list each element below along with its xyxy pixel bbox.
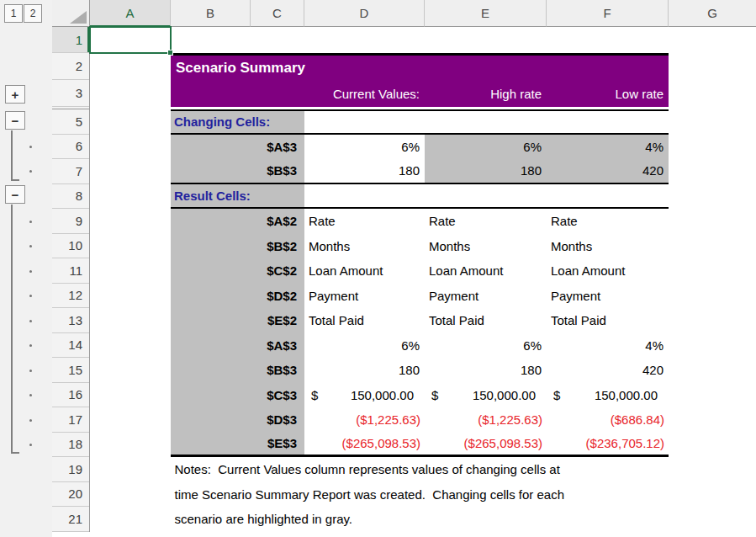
row-header-3[interactable]: 3 xyxy=(52,80,89,107)
row-header-15[interactable]: 15 xyxy=(52,358,89,383)
notes-line-3[interactable]: scenario are highlighted in gray. xyxy=(171,507,756,532)
cell-d16[interactable]: $ 150,000.00 xyxy=(304,383,425,408)
result-cells-label[interactable]: Result Cells: xyxy=(171,184,304,208)
cell-d9[interactable]: Rate xyxy=(304,209,425,234)
result-cell-ref-e3[interactable]: $E$3 xyxy=(171,433,304,455)
result-cell-ref-d3[interactable]: $D$3 xyxy=(171,407,304,433)
cell-d10[interactable]: Months xyxy=(304,234,425,259)
row-header-13[interactable]: 13 xyxy=(52,308,89,333)
cell-f16[interactable]: $ 150,000.00 xyxy=(547,383,669,408)
low-rate-header[interactable]: Low rate xyxy=(547,80,669,107)
row-header-12[interactable]: 12 xyxy=(52,284,89,309)
cell-e15[interactable]: 180 xyxy=(425,358,547,383)
cell-a11[interactable] xyxy=(90,258,171,284)
cell-g12[interactable] xyxy=(669,284,756,309)
cell-a5[interactable] xyxy=(90,109,171,135)
cell-g10[interactable] xyxy=(669,234,756,259)
cell-g5[interactable] xyxy=(669,109,756,135)
cell-d12[interactable]: Payment xyxy=(304,284,425,309)
cell-e10[interactable]: Months xyxy=(425,234,547,259)
cell-d13[interactable]: Total Paid xyxy=(304,308,425,333)
cell-f17[interactable]: ($686.84) xyxy=(547,407,669,433)
cell-a7[interactable] xyxy=(90,159,171,184)
cell-e16[interactable]: $ 150,000.00 xyxy=(425,383,547,408)
row-header-18[interactable]: 18 xyxy=(52,433,89,458)
cell-g18[interactable] xyxy=(669,433,756,458)
cell-f15[interactable]: 420 xyxy=(547,358,669,383)
select-all-corner[interactable] xyxy=(52,0,90,27)
cell-a19[interactable] xyxy=(90,457,171,482)
cell-a13[interactable] xyxy=(90,308,171,333)
high-rate-header[interactable]: High rate xyxy=(425,80,547,107)
cell-e18[interactable]: ($265,098.53) xyxy=(425,433,547,455)
row-header-1[interactable]: 1 xyxy=(52,27,89,53)
cell-d11[interactable]: Loan Amount xyxy=(304,258,425,284)
cell-d17[interactable]: ($1,225.63) xyxy=(304,407,425,433)
cell-g6[interactable] xyxy=(669,135,756,160)
result-cell-ref-e2[interactable]: $E$2 xyxy=(171,308,304,333)
row-header-17[interactable]: 17 xyxy=(52,407,89,433)
scenario-summary-title-band[interactable]: Scenario Summary xyxy=(171,53,669,80)
cell-a6[interactable] xyxy=(90,135,171,160)
cell-d6[interactable]: 6% xyxy=(304,135,425,160)
collapse-group-button-1[interactable]: − xyxy=(5,111,25,130)
result-cell-ref-c2[interactable]: $C$2 xyxy=(171,258,304,284)
cell-d14[interactable]: 6% xyxy=(304,333,425,359)
cell-a18[interactable] xyxy=(90,433,171,458)
result-cell-ref-c3[interactable]: $C$3 xyxy=(171,383,304,408)
cell-g14[interactable] xyxy=(669,333,756,359)
cell-e12[interactable]: Payment xyxy=(425,284,547,309)
cell-f10[interactable]: Months xyxy=(547,234,669,259)
result-cell-ref-a2[interactable]: $A$2 xyxy=(171,209,304,234)
result-cell-ref-d2[interactable]: $D$2 xyxy=(171,284,304,309)
collapse-group-button-2[interactable]: − xyxy=(5,185,25,204)
row-header-6[interactable]: 6 xyxy=(52,135,89,160)
cell-d18[interactable]: ($265,098.53) xyxy=(304,433,425,455)
column-header-g[interactable]: G xyxy=(669,0,756,27)
cell-e11[interactable]: Loan Amount xyxy=(425,258,547,284)
cell-e6[interactable]: 6% xyxy=(425,135,547,160)
row-header-19[interactable]: 19 xyxy=(52,457,89,482)
result-cell-ref-b3[interactable]: $B$3 xyxy=(171,358,304,383)
column-header-d[interactable]: D xyxy=(304,0,425,27)
cell-b3-empty[interactable] xyxy=(171,80,304,107)
cell-a2[interactable] xyxy=(90,53,171,80)
row-header-21[interactable]: 21 xyxy=(52,507,89,532)
cell-a1[interactable] xyxy=(90,27,171,53)
cell-a17[interactable] xyxy=(90,407,171,433)
cell-g8[interactable] xyxy=(669,184,756,210)
cell-g16[interactable] xyxy=(669,383,756,408)
cell-g17[interactable] xyxy=(669,407,756,433)
row-header-11[interactable]: 11 xyxy=(52,258,89,284)
cell-a16[interactable] xyxy=(90,383,171,408)
cell-g9[interactable] xyxy=(669,209,756,234)
cell-a12[interactable] xyxy=(90,284,171,309)
outline-level-2-button[interactable]: 2 xyxy=(24,4,42,23)
row-header-16[interactable]: 16 xyxy=(52,383,89,408)
column-header-a[interactable]: A xyxy=(90,0,171,27)
cell-def5-empty[interactable] xyxy=(304,111,669,133)
cell-f6[interactable]: 4% xyxy=(547,135,669,160)
cell-g7[interactable] xyxy=(669,159,756,184)
row-header-14[interactable]: 14 xyxy=(52,333,89,359)
cell-e9[interactable]: Rate xyxy=(425,209,547,234)
cell-f12[interactable]: Payment xyxy=(547,284,669,309)
cell-f11[interactable]: Loan Amount xyxy=(547,258,669,284)
current-values-header[interactable]: Current Values: xyxy=(304,80,425,107)
cell-g15[interactable] xyxy=(669,358,756,383)
cell-a21[interactable] xyxy=(90,507,171,532)
cell-e7[interactable]: 180 xyxy=(425,159,547,183)
outline-level-1-button[interactable]: 1 xyxy=(4,4,23,23)
notes-line-1[interactable]: Notes: Current Values column represents … xyxy=(171,457,756,482)
row-header-10[interactable]: 10 xyxy=(52,234,89,259)
cell-a14[interactable] xyxy=(90,333,171,359)
cell-f7[interactable]: 420 xyxy=(547,159,669,183)
cell-d15[interactable]: 180 xyxy=(304,358,425,383)
changing-cells-label[interactable]: Changing Cells: xyxy=(171,111,304,133)
changing-cell-ref-a3[interactable]: $A$3 xyxy=(171,135,304,160)
cell-a8[interactable] xyxy=(90,184,171,210)
cell-e17[interactable]: ($1,225.63) xyxy=(425,407,547,433)
result-cell-ref-a3[interactable]: $A$3 xyxy=(171,333,304,359)
row-header-8[interactable]: 8 xyxy=(52,184,89,210)
cell-f13[interactable]: Total Paid xyxy=(547,308,669,333)
